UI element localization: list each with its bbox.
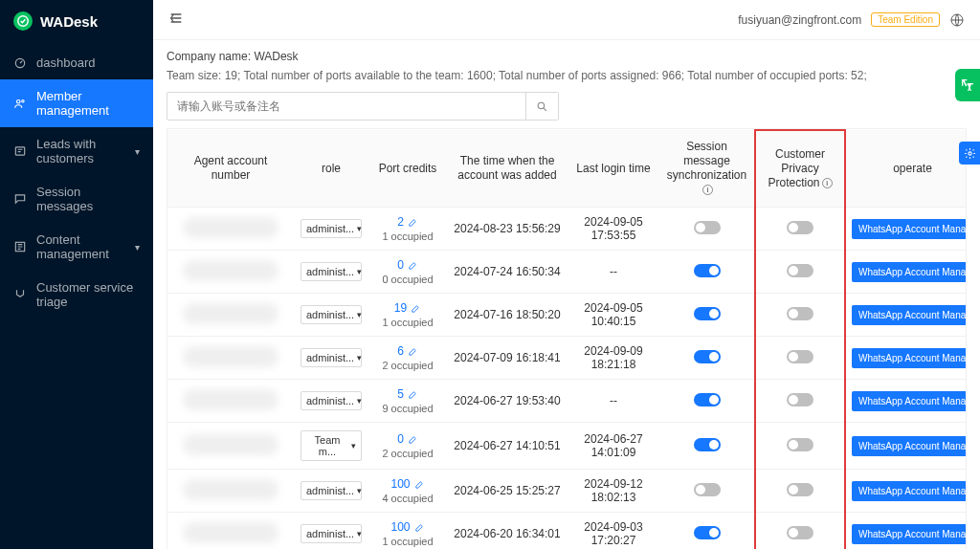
sync-toggle[interactable] xyxy=(694,350,721,363)
added-time: 2024-06-20 16:34:01 xyxy=(447,513,568,550)
sidebar-item-member-management[interactable]: Member management xyxy=(0,79,153,127)
port-occupied-value: 0 occupied xyxy=(374,274,441,285)
account-redacted xyxy=(183,479,278,500)
whatsapp-account-management-button[interactable]: WhatsApp Account Management xyxy=(852,436,967,456)
account-redacted xyxy=(183,303,278,324)
port-credits-value[interactable]: 0 xyxy=(397,432,418,446)
role-select[interactable]: administ...▾ xyxy=(301,391,362,410)
sidebar-item-label: Leads with customers xyxy=(36,137,125,165)
user-email[interactable]: fusiyuan@zingfront.com xyxy=(738,13,861,27)
search-icon xyxy=(536,100,548,113)
privacy-toggle[interactable] xyxy=(787,221,813,234)
role-value: administ... xyxy=(306,266,354,277)
topbar: fusiyuan@zingfront.com Team Edition xyxy=(153,0,980,40)
whatsapp-account-management-button[interactable]: WhatsApp Account Management xyxy=(852,524,967,544)
info-icon[interactable]: i xyxy=(822,178,833,188)
account-cell xyxy=(167,380,294,423)
table-row: administ...▾62 occupied2024-07-09 16:18:… xyxy=(167,337,967,380)
privacy-toggle[interactable] xyxy=(787,307,813,320)
sidebar-collapse-button[interactable] xyxy=(168,11,184,29)
sidebar-item-triage[interactable]: Customer service triage xyxy=(0,271,153,318)
brand: WADesk xyxy=(0,0,153,42)
whatsapp-account-management-button[interactable]: WhatsApp Account Management xyxy=(852,305,967,325)
search-input-group xyxy=(167,92,559,121)
port-credits-value[interactable]: 100 xyxy=(390,477,424,491)
whatsapp-account-management-button[interactable]: WhatsApp Account Management xyxy=(852,262,967,282)
port-occupied-value: 9 occupied xyxy=(374,403,441,414)
role-select[interactable]: administ...▾ xyxy=(301,219,362,238)
port-credits-value[interactable]: 6 xyxy=(397,344,418,358)
sync-toggle[interactable] xyxy=(694,307,721,320)
language-icon[interactable] xyxy=(949,12,965,28)
role-select[interactable]: administ...▾ xyxy=(301,305,362,324)
team-summary-line: Team size: 19; Total number of ports ava… xyxy=(167,69,967,82)
role-select[interactable]: administ...▾ xyxy=(301,524,362,543)
account-cell xyxy=(167,470,294,513)
role-select[interactable]: Team m...▾ xyxy=(301,430,362,461)
chat-icon xyxy=(13,192,27,206)
sidebar-item-content[interactable]: Content management ▾ xyxy=(0,223,153,271)
table-row: Team m...▾02 occupied2024-06-27 14:10:51… xyxy=(167,423,967,470)
sidebar-item-label: Member management xyxy=(36,89,140,118)
role-select[interactable]: administ...▾ xyxy=(301,348,362,367)
col-operate-header: operate xyxy=(845,130,967,208)
sync-toggle[interactable] xyxy=(694,221,721,234)
whatsapp-account-management-button[interactable]: WhatsApp Account Management xyxy=(852,481,967,501)
content-icon xyxy=(13,240,27,253)
role-select[interactable]: administ...▾ xyxy=(301,481,362,500)
chevron-down-icon: ▾ xyxy=(357,310,362,319)
role-value: administ... xyxy=(306,485,354,496)
search-button[interactable] xyxy=(525,93,558,120)
last-login-time: 2024-06-2714:01:09 xyxy=(568,423,659,470)
search-input[interactable] xyxy=(167,94,525,119)
privacy-toggle[interactable] xyxy=(787,526,813,539)
info-icon[interactable]: i xyxy=(702,185,713,195)
col-credits-header: Port credits xyxy=(368,130,447,208)
chevron-down-icon: ▾ xyxy=(357,486,362,495)
whatsapp-account-management-button[interactable]: WhatsApp Account Management xyxy=(852,219,967,239)
privacy-toggle[interactable] xyxy=(787,264,813,277)
port-credits-value[interactable]: 100 xyxy=(390,520,424,534)
dashboard-icon xyxy=(13,56,27,70)
privacy-toggle[interactable] xyxy=(787,350,813,363)
port-credits-value[interactable]: 5 xyxy=(397,387,418,401)
brand-name: WADesk xyxy=(40,13,98,30)
last-login-time: 2024-09-0517:53:55 xyxy=(568,208,659,251)
last-login-time: -- xyxy=(568,380,659,423)
role-select[interactable]: administ...▾ xyxy=(301,262,362,281)
privacy-toggle[interactable] xyxy=(787,393,813,406)
account-redacted xyxy=(183,346,278,367)
sync-toggle[interactable] xyxy=(694,393,721,406)
sync-toggle[interactable] xyxy=(694,483,721,496)
sidebar-item-leads[interactable]: Leads with customers ▾ xyxy=(0,127,153,175)
settings-float-button[interactable] xyxy=(959,142,980,165)
col-sync-header: Session message synchronizationi xyxy=(659,130,755,208)
sidebar-item-sessions[interactable]: Session messages xyxy=(0,175,153,223)
port-credits-value[interactable]: 2 xyxy=(397,215,418,229)
account-cell xyxy=(167,423,294,470)
svg-point-3 xyxy=(22,100,24,102)
svg-point-7 xyxy=(538,102,545,109)
sidebar-item-dashboard[interactable]: dashboard xyxy=(0,46,153,79)
col-added-header: The time when the account was added xyxy=(447,130,568,208)
port-credits-value[interactable]: 0 xyxy=(397,258,418,272)
role-value: administ... xyxy=(306,309,354,320)
sync-toggle[interactable] xyxy=(694,526,721,539)
account-cell xyxy=(167,294,294,337)
table-row: administ...▾1004 occupied2024-06-25 15:2… xyxy=(167,470,967,513)
sync-toggle[interactable] xyxy=(694,438,721,451)
whatsapp-account-management-button[interactable]: WhatsApp Account Management xyxy=(852,391,967,411)
port-credits-value[interactable]: 19 xyxy=(394,301,421,315)
account-cell xyxy=(167,337,294,380)
chevron-down-icon: ▾ xyxy=(135,146,140,157)
role-value: administ... xyxy=(306,528,354,539)
sync-toggle[interactable] xyxy=(694,264,721,277)
added-time: 2024-07-24 16:50:34 xyxy=(447,251,568,294)
chevron-down-icon: ▾ xyxy=(357,396,362,406)
brand-logo-icon xyxy=(13,11,33,31)
privacy-toggle[interactable] xyxy=(787,438,813,451)
whatsapp-account-management-button[interactable]: WhatsApp Account Management xyxy=(852,348,967,368)
account-redacted xyxy=(183,434,278,455)
privacy-toggle[interactable] xyxy=(787,483,813,496)
translate-float-button[interactable] xyxy=(955,69,980,101)
